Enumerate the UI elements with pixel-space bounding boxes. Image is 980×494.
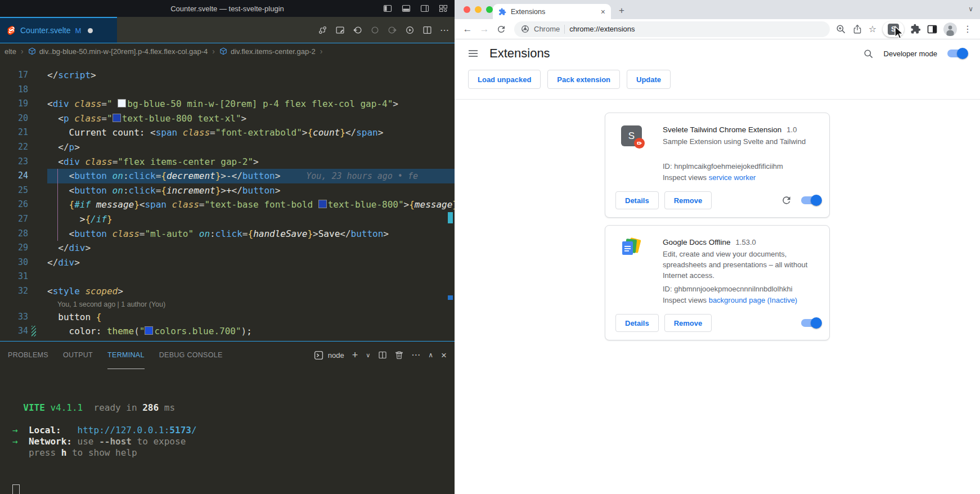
bottom-panel: PROBLEMSOUTPUTTERMINALDEBUG CONSOLE node… [0,341,455,494]
open-changes-icon[interactable] [318,25,327,35]
breadcrumb-item[interactable]: div.flex.items-center.gap-2 [231,47,316,56]
shell-name[interactable]: node [328,351,344,360]
toggle-panel-icon[interactable] [402,4,411,13]
address-bar[interactable]: Chrome chrome://extensions [514,21,830,37]
open-preview-icon[interactable] [335,25,345,35]
step-forward-icon[interactable] [388,25,397,35]
terminal-dropdown-icon[interactable]: ∨ [366,352,370,358]
hamburger-menu-icon[interactable] [468,48,478,59]
kill-terminal-icon[interactable] [395,351,403,360]
codelens-annotation[interactable]: You, 1 second ago | 1 author (You) [0,299,455,310]
site-info-icon[interactable] [521,25,529,33]
code-line[interactable]: 18 [0,83,455,97]
panel-tab-output[interactable]: OUTPUT [63,342,93,369]
remove-button[interactable]: Remove [664,314,712,332]
maximize-panel-icon[interactable]: ∧ [428,352,433,358]
details-button[interactable]: Details [615,314,659,332]
editor-tab-counter-svelte[interactable]: Counter.svelte M [0,17,117,43]
share-icon[interactable] [852,24,862,34]
inspect-view-link[interactable]: service worker [709,173,756,182]
code-line[interactable]: 26 {#if message}<span class="text-base f… [0,197,455,212]
svelte-file-icon [7,26,16,35]
tab-filename: Counter.svelte [20,26,71,35]
profile-avatar[interactable] [943,23,957,36]
code-line[interactable]: 23 <div class="flex items-center gap-2"> [0,155,455,169]
code-line[interactable]: 22 </p> [0,140,455,155]
extensions-toolbar: Load unpackedPack extensionUpdate [455,68,980,99]
vscode-titlebar: Counter.svelte — test-svelte-plugin [0,0,455,17]
update-button[interactable]: Update [627,70,671,89]
bookmark-icon[interactable]: ☆ [869,24,876,34]
close-window-button[interactable] [464,6,470,13]
inspect-view-link[interactable]: background page (Inactive) [709,296,798,304]
mouse-cursor [894,26,905,41]
back-button[interactable]: ← [460,24,475,35]
code-line[interactable]: 25 <button on:click={increment}>+</butto… [0,183,455,198]
code-editor[interactable]: 17</script>1819<div class=" bg-blue-50 m… [0,59,455,341]
code-line[interactable]: 20 <p class="text-blue-800 text-xl"> [0,111,455,126]
reload-button[interactable] [496,24,506,34]
details-button[interactable]: Details [615,191,659,209]
code-line[interactable]: 21 Current count: <span class="font-extr… [0,125,455,140]
terminal-output[interactable]: VITE v4.1.1 ready in 286 ms → Local: htt… [0,369,455,494]
chrome-menu-icon[interactable]: ⋮ [963,25,972,34]
step-back-icon[interactable] [353,25,362,35]
url-text[interactable]: chrome://extensions [569,25,635,33]
extension-enabled-toggle[interactable] [801,196,820,204]
zoom-icon[interactable] [835,24,846,34]
new-terminal-icon[interactable]: + [352,350,358,360]
code-line[interactable]: 24 <button on:click={decrement}>-</butto… [0,169,455,183]
close-panel-icon[interactable]: × [441,351,447,360]
panel-tab-debug-console[interactable]: DEBUG CONSOLE [159,342,223,369]
tab-search-icon[interactable]: ∨ [968,5,973,13]
code-line[interactable]: 33 button { [0,310,455,325]
code-line[interactable]: 17</script> [0,68,455,83]
customize-layout-icon[interactable] [439,4,448,13]
panel-tabs: PROBLEMSOUTPUTTERMINALDEBUG CONSOLE [8,342,223,369]
zoom-window-button[interactable] [486,6,493,13]
pack-extension-button[interactable]: Pack extension [547,70,620,89]
code-line[interactable]: 27 >{/if} [0,212,455,227]
split-editor-icon[interactable] [422,25,432,35]
code-line[interactable]: 34 color: theme("colors.blue.700"); [0,324,455,339]
code-line[interactable]: 29 </div> [0,241,455,255]
code-line[interactable]: 28 <button class="ml-auto" on:click={han… [0,227,455,241]
symbol-element-icon [219,47,227,55]
toggle-secondary-sidebar-icon[interactable] [420,4,429,13]
continue-icon[interactable] [370,25,380,35]
panel-tab-terminal[interactable]: TERMINAL [107,342,145,369]
code-line[interactable]: 31 [0,270,455,284]
card-footer: DetailsRemove [605,183,829,217]
split-terminal-icon[interactable] [378,351,387,360]
load-unpacked-button[interactable]: Load unpacked [468,70,541,89]
new-tab-button[interactable]: + [619,5,624,16]
browser-tab-extensions[interactable]: Extensions × [493,4,611,19]
extensions-menu-icon[interactable] [910,24,921,34]
reload-extension-icon[interactable] [781,195,792,206]
side-panel-icon[interactable] [927,24,937,34]
code-line[interactable]: 30</div> [0,255,455,270]
toggle-sidebar-icon[interactable] [383,4,392,13]
breadcrumb-file[interactable]: elte [5,47,16,56]
extensions-list: SSvelete Tailwind Chrome Extension1.0Sam… [455,100,980,340]
symbol-element-icon [28,47,36,55]
close-tab-icon[interactable]: × [601,8,605,16]
extension-id: ID: ghbmnnjooekpmoecnnnilnnbdlolhkhi [663,284,818,295]
code-line[interactable]: 32<style scoped> [0,284,455,299]
remove-button[interactable]: Remove [664,191,712,209]
more-actions-icon[interactable]: ⋯ [440,25,449,35]
code-line[interactable]: 19<div class=" bg-blue-50 min-w-[20rem] … [0,97,455,111]
breadcrumb-item[interactable]: div..bg-blue-50.min-w-[20rem].p-4.flex.f… [39,47,208,56]
developer-mode-toggle[interactable] [947,50,966,57]
search-icon[interactable] [863,48,874,59]
extension-enabled-toggle[interactable] [801,319,820,327]
panel-tab-problems[interactable]: PROBLEMS [8,342,48,369]
forward-button[interactable]: → [477,24,492,35]
breadcrumb[interactable]: elte ›div..bg-blue-50.min-w-[20rem].p-4.… [0,43,455,59]
unsaved-dot-icon[interactable] [88,28,93,33]
panel-more-icon[interactable]: ⋯ [411,351,420,360]
camera-badge-icon [634,138,645,149]
run-icon[interactable] [405,25,415,35]
editor-actions: ⋯ [318,17,449,43]
minimize-window-button[interactable] [475,6,482,13]
